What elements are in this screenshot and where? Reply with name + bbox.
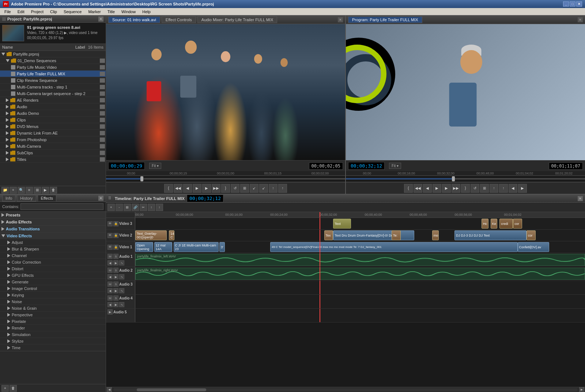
track-a2-btn1[interactable]: ◀ [107, 274, 113, 279]
track-a2-mute[interactable]: M [107, 268, 113, 273]
program-monitor-close[interactable]: ✕ [578, 17, 583, 22]
timeline-h-scrollbar[interactable]: ◀ ▶ [106, 387, 585, 392]
folder-01-demo[interactable]: 01_Demo Sequences [0, 57, 106, 64]
audio-transitions-header[interactable]: Audio Transitions [0, 226, 106, 232]
clip-dru-drum[interactable]: Text Dru Drum Drum-Fantasy[DV]-0! Dr [333, 230, 414, 240]
program-trim-next[interactable]: ▶ [518, 184, 527, 193]
presets-header[interactable]: Presets [0, 212, 106, 218]
delete-button[interactable]: 🗑 [50, 187, 57, 193]
program-next-frame[interactable]: ▶▶ [452, 184, 460, 193]
source-mark-out[interactable]: } [221, 184, 230, 193]
track-a3-btn3[interactable]: ∿ [119, 288, 124, 293]
program-prev-frame[interactable]: ◀◀ [414, 184, 422, 193]
program-mark-in[interactable]: { [404, 184, 413, 193]
folder-audio[interactable]: Audio [0, 103, 106, 110]
menu-help[interactable]: Help [139, 9, 154, 15]
track-a1-mute[interactable]: M [107, 254, 113, 259]
program-scrubber[interactable] [346, 176, 585, 182]
track-a1-solo[interactable]: S [113, 254, 118, 259]
source-next-frame[interactable]: ▶▶ [212, 184, 220, 193]
track-v3-eye[interactable]: 👁 [107, 221, 113, 226]
clip-12ma[interactable]: 12 ma! 14A [154, 242, 172, 252]
effect-perspective[interactable]: Perspective [0, 312, 106, 318]
track-v1-lock[interactable]: 🔒 [113, 245, 118, 250]
folder-ae-renders[interactable]: AE Renders [0, 97, 106, 103]
effect-noise-grain[interactable]: Noise & Grain [0, 305, 106, 312]
track-a4-solo[interactable]: S [113, 295, 118, 301]
track-a2-btn2[interactable]: ▶ [113, 274, 118, 279]
source-timecode-in[interactable]: 00;00;00;29 [108, 162, 145, 170]
ruler-marks[interactable]: 00;00 00;00;08;00 00;00;16;00 00;00;24;0… [135, 212, 585, 218]
source-step-back[interactable]: ◀ [183, 184, 192, 193]
effect-channel[interactable]: Channel [0, 252, 106, 259]
tab-effects[interactable]: Effects [38, 195, 56, 201]
folder-audio-demo[interactable]: Audio Demo [0, 110, 106, 117]
window-controls[interactable]: _ □ ✕ [563, 1, 582, 7]
clip-open-opening[interactable]: Open Opening [135, 242, 153, 252]
effect-render[interactable]: Render [0, 325, 106, 331]
source-extract[interactable]: ↑ [278, 184, 287, 193]
video-effects-header[interactable]: Video Effects [0, 233, 106, 239]
clip-text-v3c[interactable]: Ke [491, 219, 497, 229]
menu-title[interactable]: Title [105, 9, 118, 15]
effect-simulation[interactable]: Simulation [0, 331, 106, 338]
track-a4-btn2[interactable]: ▶ [113, 302, 118, 307]
track-v3-lock[interactable]: 🔒 [113, 221, 118, 226]
effect-image-control[interactable]: Image Control [0, 285, 106, 292]
track-v2-eye[interactable]: 👁 [107, 233, 113, 238]
maximize-button[interactable]: □ [570, 1, 575, 7]
h-scroll-track[interactable] [113, 388, 578, 391]
track-audio1-content[interactable]: partylife_finalmix_left.WAV [135, 253, 585, 267]
file-multicam-step2[interactable]: Multi-Camera target sequence - step 2 [0, 90, 106, 97]
timeline-timecode[interactable]: 00;00;32;12 [187, 195, 223, 202]
track-a3-solo[interactable]: S [113, 282, 118, 287]
track-a5-expand[interactable]: ▶ [107, 309, 113, 314]
program-tab-active[interactable]: Program: Party Life Trailer FULL MIX [348, 16, 422, 23]
clip-te-v2[interactable]: Te: [392, 230, 401, 240]
file-clip-review[interactable]: Clip Review Sequence [0, 77, 106, 84]
tl-zoom-in[interactable]: + [107, 204, 115, 211]
track-a1-btn3[interactable]: ∿ [119, 260, 124, 265]
tab-history[interactable]: History [17, 195, 36, 201]
source-loop[interactable]: ↺ [231, 184, 239, 193]
source-fit-dropdown[interactable]: Fit ▾ [149, 163, 161, 169]
track-audio2-content[interactable]: partylife_finalmix_right.WAV [135, 267, 585, 280]
timeline-playhead[interactable] [320, 212, 320, 218]
program-play-stop[interactable]: ▶ [433, 184, 441, 193]
source-safe-margin[interactable]: ⊞ [240, 184, 249, 193]
source-monitor-close[interactable]: ✕ [338, 17, 343, 22]
track-a1-btn2[interactable]: ▶ [113, 260, 118, 265]
track-a3-btn2[interactable]: ▶ [113, 288, 118, 293]
effect-pixelate[interactable]: Pixelate [0, 318, 106, 325]
effects-panel-close[interactable]: ✕ [98, 196, 103, 201]
icon-view-button[interactable]: ⊞ [34, 187, 41, 193]
clip-49c[interactable]: 49 C Te! model_sequence[DV]Final-00 mox … [270, 242, 518, 252]
menu-window[interactable]: Window [118, 9, 139, 15]
file-multicam-step1[interactable]: Multi-Camera tracks - step 1 [0, 84, 106, 90]
track-video1-content[interactable]: Open Opening 12 ma! 14A C J! 1E Multi-ca… [135, 241, 585, 253]
effect-stylize[interactable]: Stylize [0, 338, 106, 344]
track-audio5-content[interactable] [135, 309, 585, 322]
tab-info[interactable]: Info [2, 195, 15, 201]
program-trim-prev[interactable]: ◀ [509, 184, 517, 193]
audio-mixer-tab[interactable]: Audio Mixer: Party Life Trailer FULL MIX [197, 16, 277, 23]
effect-noise[interactable]: Noise [0, 298, 106, 305]
clip-mo-v2[interactable]: mo [432, 230, 439, 240]
program-step-forward[interactable]: ▶ [442, 184, 451, 193]
source-overwrite[interactable]: ↙ [259, 184, 268, 193]
project-root-item[interactable]: Partylife.prproj [0, 51, 106, 57]
minimize-button[interactable]: _ [563, 1, 569, 7]
folder-multi-camera[interactable]: Multi-Camera [0, 143, 106, 150]
program-step-back[interactable]: ◀ [423, 184, 432, 193]
clip-tex-v2[interactable]: Tex [324, 230, 333, 240]
clip-cj[interactable]: C J! 1E Multi-cam Multi-cam 23 [174, 242, 219, 252]
clip-14c[interactable]: 14 C [169, 230, 174, 240]
effects-new-button[interactable]: + [1, 385, 9, 392]
track-video2-content[interactable]: Text_Overlay-001[open]0 14 C Tex Text Dr… [135, 230, 585, 241]
timeline-close[interactable]: ✕ [578, 196, 583, 201]
close-button[interactable]: ✕ [576, 1, 582, 7]
effect-keying[interactable]: Keying [0, 292, 106, 298]
track-a3-mute[interactable]: M [107, 282, 113, 287]
effect-distort[interactable]: Distort [0, 265, 106, 272]
clip-cor-v2[interactable]: cor [526, 230, 536, 240]
